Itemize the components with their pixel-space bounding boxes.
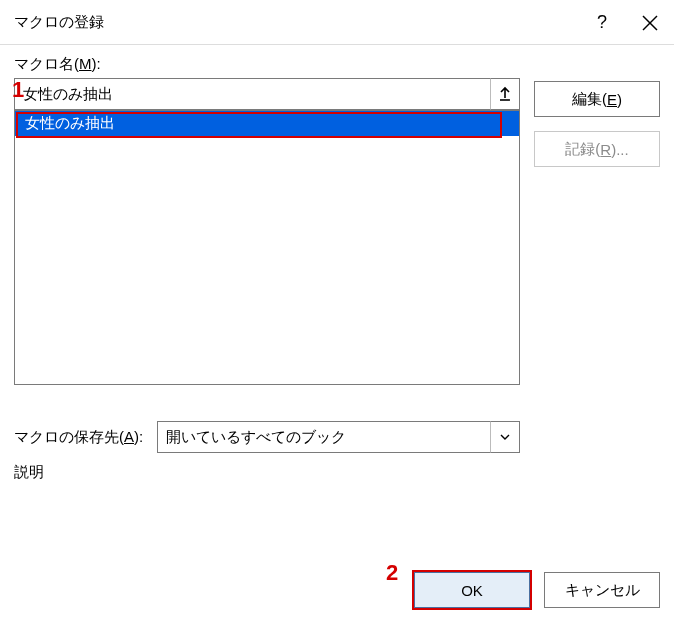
location-select-chevron[interactable] [490, 421, 520, 453]
macro-name-input[interactable] [14, 78, 490, 110]
cancel-button[interactable]: キャンセル [544, 572, 660, 608]
dialog-footer: 2 OK キャンセル [414, 572, 660, 608]
location-select-value: 開いているすべてのブック [157, 421, 490, 453]
edit-button[interactable]: 編集(E) [534, 81, 660, 117]
chevron-down-icon [499, 431, 511, 443]
macro-name-label: マクロ名(M): [14, 55, 520, 74]
close-icon [642, 15, 658, 31]
macro-listbox[interactable]: 女性のみ抽出 [14, 110, 520, 385]
help-button[interactable]: ? [578, 12, 626, 33]
record-button[interactable]: 記録(R)... [534, 131, 660, 167]
collapse-ref-button[interactable] [490, 78, 520, 110]
description-label: 説明 [14, 463, 520, 482]
collapse-ref-icon [497, 86, 513, 102]
close-button[interactable] [626, 13, 674, 31]
list-item[interactable]: 女性のみ抽出 [15, 111, 519, 136]
titlebar: マクロの登録 ? [0, 0, 674, 44]
location-select[interactable]: 開いているすべてのブック [157, 421, 520, 453]
location-label: マクロの保存先(A): [14, 428, 143, 447]
dialog-title: マクロの登録 [14, 13, 578, 32]
annotation-2: 2 [386, 560, 398, 586]
ok-button[interactable]: OK [414, 572, 530, 608]
annotation-1: 1 [12, 77, 24, 103]
